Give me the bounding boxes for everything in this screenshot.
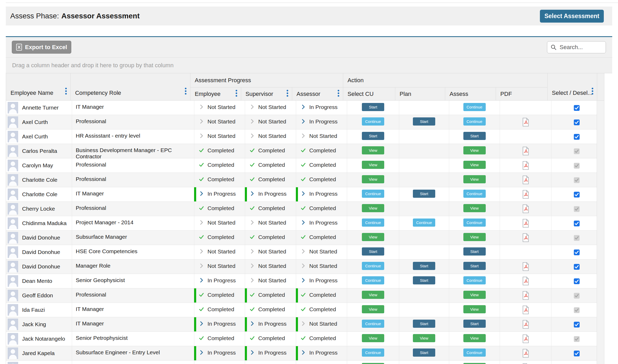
column-menu-icon[interactable] — [65, 87, 67, 97]
select-cu-button[interactable]: View — [362, 334, 384, 342]
assess-button[interactable]: Continue — [463, 276, 486, 284]
select-cu-button[interactable]: Continue — [362, 349, 384, 357]
row-checkbox[interactable] — [574, 351, 580, 356]
row-checkbox[interactable] — [574, 264, 580, 270]
assess-button[interactable]: Continue — [463, 349, 486, 357]
pdf-icon[interactable] — [522, 161, 529, 170]
column-menu-icon[interactable] — [235, 89, 237, 99]
plan-button[interactable]: Start — [413, 349, 435, 357]
pdf-icon[interactable] — [522, 147, 529, 155]
pdf-icon[interactable] — [522, 334, 529, 343]
assess-button[interactable]: View — [463, 161, 486, 169]
plan-button[interactable]: Start — [413, 320, 435, 328]
row-checkbox[interactable] — [574, 192, 580, 197]
column-header-plan[interactable]: Plan — [395, 87, 445, 100]
row-checkbox[interactable] — [574, 163, 580, 169]
pdf-icon[interactable] — [522, 190, 529, 199]
assess-button[interactable]: View — [463, 175, 486, 183]
column-header-employee-name[interactable]: Employee Name — [6, 73, 71, 100]
pdf-icon[interactable] — [522, 349, 529, 358]
assess-button[interactable]: Continue — [463, 190, 486, 198]
select-cu-button[interactable]: View — [362, 363, 384, 364]
select-cu-button[interactable]: View — [362, 204, 384, 212]
assess-button[interactable]: Continue — [463, 103, 486, 111]
row-checkbox[interactable] — [574, 119, 580, 125]
pdf-icon[interactable] — [522, 277, 529, 285]
column-menu-icon[interactable] — [185, 87, 187, 97]
assess-button[interactable]: Start — [463, 320, 486, 328]
row-checkbox[interactable] — [574, 293, 580, 299]
assess-button[interactable]: View — [463, 204, 486, 212]
select-cu-button[interactable]: View — [362, 233, 384, 241]
row-checkbox[interactable] — [574, 221, 580, 226]
pdf-icon[interactable] — [522, 118, 529, 127]
export-to-excel-button[interactable]: Export to Excel — [12, 41, 71, 54]
column-menu-icon[interactable] — [337, 89, 340, 99]
select-cu-button[interactable]: View — [362, 175, 384, 183]
assess-button[interactable]: Start — [463, 247, 486, 256]
assess-button[interactable]: Continue — [463, 117, 486, 126]
column-menu-icon[interactable] — [591, 87, 594, 97]
select-cu-button[interactable]: Continue — [362, 190, 384, 198]
assess-button[interactable]: View — [463, 334, 486, 342]
select-cu-button[interactable]: View — [362, 305, 384, 313]
plan-button[interactable]: Continue — [413, 219, 435, 227]
pdf-icon[interactable] — [522, 262, 529, 271]
assess-button[interactable]: Start — [463, 132, 486, 140]
select-cu-button[interactable]: Continue — [362, 262, 384, 270]
vertical-scrollbar[interactable] — [597, 101, 604, 364]
select-cu-button[interactable]: Continue — [362, 276, 384, 284]
column-header-assess[interactable]: Assess — [445, 87, 496, 100]
select-cu-button[interactable]: Continue — [362, 117, 384, 126]
select-cu-button[interactable]: Start — [362, 247, 384, 256]
group-by-bar[interactable]: Drag a column header and drop it here to… — [6, 58, 612, 73]
plan-button[interactable]: Start — [413, 190, 435, 198]
row-checkbox[interactable] — [574, 235, 580, 241]
assess-button[interactable]: View — [463, 233, 486, 241]
pdf-icon[interactable] — [522, 175, 529, 184]
plan-button[interactable]: Start — [413, 276, 435, 284]
row-checkbox[interactable] — [574, 278, 580, 284]
assess-button[interactable]: View — [463, 363, 486, 364]
select-cu-button[interactable]: View — [362, 291, 384, 299]
row-checkbox[interactable] — [574, 249, 580, 255]
assess-button[interactable]: View — [463, 146, 486, 154]
assess-button[interactable]: View — [463, 305, 486, 313]
select-cu-button[interactable]: Continue — [362, 320, 384, 328]
pdf-icon[interactable] — [522, 305, 529, 314]
pdf-icon[interactable] — [522, 233, 529, 242]
column-header-employee[interactable]: Employee — [190, 87, 241, 100]
assess-button[interactable]: Continue — [463, 219, 486, 227]
row-checkbox[interactable] — [574, 322, 580, 327]
row-checkbox[interactable] — [574, 177, 580, 183]
row-checkbox[interactable] — [574, 206, 580, 212]
row-checkbox[interactable] — [574, 105, 580, 111]
select-cu-button[interactable]: Start — [362, 132, 384, 140]
column-header-pdf[interactable]: PDF — [496, 87, 548, 100]
column-menu-icon[interactable] — [286, 89, 288, 99]
plan-button[interactable]: View — [413, 334, 435, 342]
select-cu-button[interactable]: View — [362, 161, 384, 169]
row-checkbox[interactable] — [574, 336, 580, 342]
column-header-select-cu[interactable]: Select CU — [343, 87, 395, 100]
select-cu-button[interactable]: Continue — [362, 219, 384, 227]
pdf-icon[interactable] — [522, 204, 529, 213]
column-header-select-deselect[interactable]: Select / Desel... — [548, 73, 597, 100]
assess-button[interactable]: View — [463, 291, 486, 299]
plan-button[interactable]: Start — [413, 117, 435, 126]
row-checkbox[interactable] — [574, 134, 580, 140]
pdf-icon[interactable] — [522, 219, 529, 228]
row-checkbox[interactable] — [574, 148, 580, 154]
row-checkbox[interactable] — [574, 307, 580, 313]
select-assessment-button[interactable]: Select Assessment — [540, 10, 604, 23]
pdf-icon[interactable] — [522, 320, 529, 329]
search-input[interactable] — [559, 44, 603, 51]
column-header-assessor[interactable]: Assessor — [292, 87, 343, 100]
select-cu-button[interactable]: View — [362, 146, 384, 154]
column-header-competency-role[interactable]: Competency Role — [71, 73, 190, 100]
column-header-supervisor[interactable]: Supervisor — [241, 87, 292, 100]
select-cu-button[interactable]: Start — [362, 103, 384, 111]
plan-button[interactable]: Start — [413, 262, 435, 270]
assess-button[interactable]: Start — [463, 262, 486, 270]
pdf-icon[interactable] — [522, 291, 529, 300]
